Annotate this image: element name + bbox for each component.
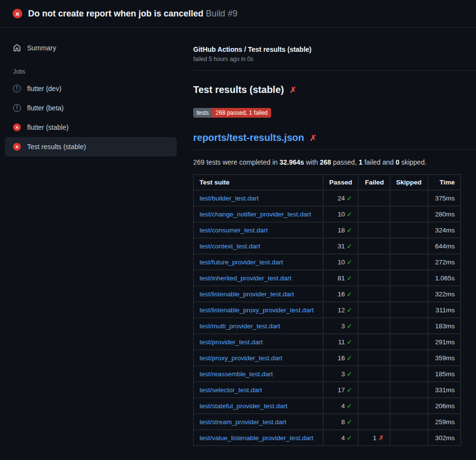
time-cell: 311ms: [428, 302, 461, 318]
skipped-cell: [390, 270, 428, 286]
check-icon: ✓: [347, 418, 352, 426]
run-title-text: Do not create report when job is cancell…: [28, 9, 203, 18]
failed-x-icon: ✗: [289, 86, 296, 94]
sidebar-item-flutter-dev[interactable]: !flutter (dev): [5, 79, 177, 98]
suite-link[interactable]: test/provider_test.dart: [200, 338, 263, 346]
sidebar-item-label: Summary: [27, 44, 56, 52]
table-header-row: Test suitePassedFailedSkippedTime: [194, 175, 461, 190]
failed-cell: [358, 206, 390, 222]
x-circle-icon: ×: [13, 9, 22, 18]
table-row: test/value_listenable_provider_test.dart…: [194, 430, 461, 446]
time-cell: 206ms: [428, 398, 461, 414]
count: 16: [338, 291, 345, 298]
summary-text-1: tests were completed in: [204, 158, 279, 166]
sidebar-item-test-results-stable[interactable]: ×Test results (stable): [5, 137, 177, 156]
sidebar-item-flutter-beta[interactable]: !flutter (beta): [5, 98, 177, 118]
check-icon: ✓: [347, 307, 352, 314]
count: 11: [338, 338, 345, 346]
time-cell: 375ms: [428, 190, 461, 206]
summary-duration: 32.964s: [279, 158, 304, 166]
passed-cell: 10 ✓: [323, 254, 358, 270]
sidebar-item-flutter-stable[interactable]: ×flutter (stable): [5, 118, 177, 137]
skipped-cell: [390, 254, 428, 270]
sidebar-item-summary[interactable]: Summary: [5, 38, 177, 58]
suite-cell: test/multi_provider_test.dart: [194, 318, 323, 334]
skipped-cell: [390, 190, 428, 206]
suite-cell: test/selector_test.dart: [194, 382, 323, 398]
sidebar-item-label: Test results (stable): [27, 143, 86, 151]
run-meta: failed 5 hours ago in 0s: [193, 56, 461, 62]
passed-cell: 10 ✓: [323, 206, 358, 222]
table-row: test/stateful_provider_test.dart4 ✓206ms: [194, 398, 461, 414]
failed-x-icon: ✗: [309, 134, 317, 142]
count: 16: [338, 354, 345, 362]
check-icon: ✓: [347, 386, 352, 394]
time-cell: 331ms: [428, 382, 461, 398]
passed-cell: 4 ✓: [323, 398, 358, 414]
suite-cell: test/listenable_provider_test.dart: [194, 286, 323, 302]
suite-link[interactable]: test/stream_provider_test.dart: [200, 418, 286, 426]
count: 1: [373, 434, 377, 442]
passed-cell: 16 ✓: [323, 286, 358, 302]
summary-count: 269: [193, 158, 204, 166]
suite-link[interactable]: test/future_provider_test.dart: [200, 259, 283, 266]
column-header-time: Time: [428, 175, 461, 190]
suite-link[interactable]: test/multi_provider_test.dart: [200, 322, 280, 330]
sidebar-jobs: !flutter (dev)!flutter (beta)×flutter (s…: [0, 79, 182, 156]
skipped-cell: [390, 286, 428, 302]
suite-link[interactable]: test/value_listenable_provider_test.dart: [200, 434, 313, 442]
skipped-cell: [390, 206, 428, 222]
suite-link[interactable]: test/builder_test.dart: [200, 195, 259, 202]
suite-link[interactable]: test/stateful_provider_test.dart: [200, 402, 288, 410]
passed-cell: 31 ✓: [323, 238, 358, 254]
suite-cell: test/stateful_provider_test.dart: [194, 398, 323, 414]
table-row: test/inherited_provider_test.dart81 ✓1.0…: [194, 270, 461, 286]
check-icon: ✓: [347, 338, 352, 346]
summary-text-4: failed and: [363, 158, 396, 166]
report-heading: reports/test-results.json ✗: [193, 132, 476, 150]
suite-link[interactable]: test/context_test.dart: [200, 243, 260, 250]
skipped-cell: [390, 318, 428, 334]
suite-link[interactable]: test/reassemble_test.dart: [200, 370, 273, 378]
passed-cell: 11 ✓: [323, 334, 358, 350]
build-number: Build #9: [206, 9, 237, 18]
suite-link[interactable]: test/selector_test.dart: [200, 386, 262, 394]
check-icon: ✓: [347, 275, 352, 282]
count: 10: [338, 259, 345, 266]
divider: [193, 70, 476, 71]
passed-cell: 3 ✓: [323, 318, 358, 334]
suite-link[interactable]: test/consumer_test.dart: [200, 227, 268, 234]
failed-cell: [358, 414, 390, 430]
suite-link[interactable]: test/change_notifier_provider_test.dart: [200, 211, 311, 218]
column-header-test-suite: Test suite: [194, 175, 323, 190]
failed-cell: [358, 318, 390, 334]
table-row: test/listenable_proxy_provider_test.dart…: [194, 302, 461, 318]
badge-value: 268 passed, 1 failed: [212, 108, 271, 118]
skipped-cell: [390, 334, 428, 350]
check-icon: ✓: [347, 259, 352, 266]
alert-circle-icon: !: [13, 85, 21, 92]
x-circle-icon: ×: [13, 143, 21, 151]
suite-link[interactable]: test/listenable_provider_test.dart: [200, 291, 294, 298]
count: 18: [338, 227, 345, 234]
failed-cell: [358, 302, 390, 318]
run-title: Do not create report when job is cancell…: [28, 9, 237, 19]
suite-link[interactable]: test/listenable_proxy_provider_test.dart: [200, 307, 314, 314]
summary-text: 269 tests were completed in 32.964s with…: [193, 158, 461, 166]
count: 17: [338, 386, 345, 394]
table-row: test/change_notifier_provider_test.dart1…: [194, 206, 461, 222]
count: 4: [341, 402, 345, 410]
skipped-cell: [390, 382, 428, 398]
passed-cell: 17 ✓: [323, 382, 358, 398]
suite-link[interactable]: test/proxy_provider_test.dart: [200, 354, 282, 362]
count: 12: [338, 307, 345, 314]
x-circle-icon: ×: [13, 123, 21, 131]
header-bar: × Do not create report when job is cance…: [0, 0, 476, 28]
suite-link[interactable]: test/inherited_provider_test.dart: [200, 275, 292, 282]
skipped-cell: [390, 222, 428, 238]
report-link[interactable]: reports/test-results.json: [193, 132, 304, 143]
failed-cell: [358, 382, 390, 398]
time-cell: 259ms: [428, 414, 461, 430]
summary-passed: 268: [320, 158, 331, 166]
alert-circle-icon: !: [13, 104, 21, 112]
